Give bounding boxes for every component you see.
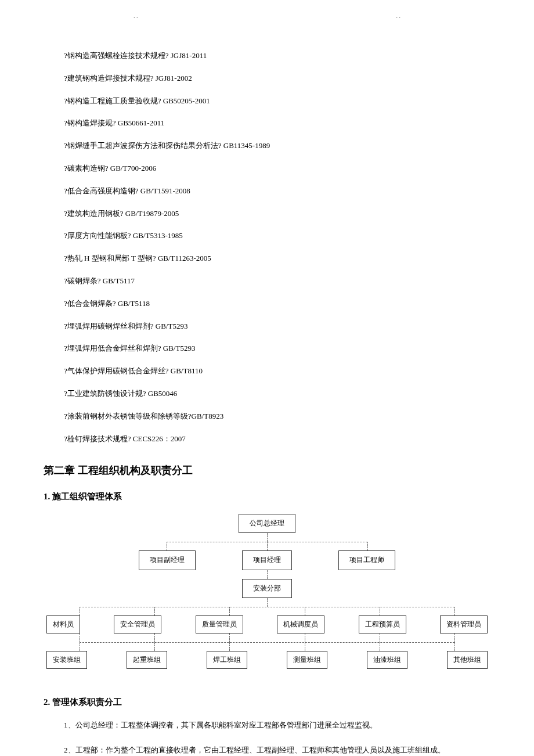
org-box-safety: 安全管理员 bbox=[114, 615, 161, 633]
org-box-paint-team: 油漆班组 bbox=[367, 651, 407, 669]
org-box-gm: 公司总经理 bbox=[239, 514, 295, 533]
spec-item: ?建筑钢构造焊接技术规程? JGJ81-2002 bbox=[64, 73, 534, 85]
org-box-lifting-team: 起重班组 bbox=[127, 651, 167, 669]
spec-item: ?热轧 H 型钢和局部 T 型钢? GB/T11263-2005 bbox=[64, 253, 534, 265]
spec-item: ?低合金高强度构造钢? GB/T1591-2008 bbox=[64, 185, 534, 197]
chapter-heading: 第二章 工程组织机构及职责分工 bbox=[44, 462, 534, 479]
body-paragraph-1: 1、公司总经理：工程整体调控者，其下属各职能科室对应工程部各管理部门进展全过程监… bbox=[64, 719, 499, 732]
org-chart: 公司总经理 项目副经理 项目经理 项目工程师 安装分部 材料员 安全管理员 质量… bbox=[44, 514, 490, 669]
spec-item: ?钢构造工程施工质量验收规? GB50205-2001 bbox=[64, 95, 534, 107]
spec-item: ?钢构造焊接规? GB50661-2011 bbox=[64, 117, 534, 129]
spec-item: ?钢构造高强螺栓连接技术规程? JGJ81-2011 bbox=[64, 50, 534, 62]
spec-item: ?栓钉焊接技术规程? CECS226：2007 bbox=[64, 433, 534, 445]
spec-item: ?厚度方向性能钢板? GB/T5313-1985 bbox=[64, 230, 534, 242]
spec-item: ?埋弧焊用碳钢焊丝和焊剂? GB/T5293 bbox=[64, 321, 534, 333]
spec-item: ?涂装前钢材外表锈蚀等级和除锈等级?GB/T8923 bbox=[64, 411, 534, 423]
org-box-install-dept: 安装分部 bbox=[242, 579, 292, 598]
org-box-quality: 质量管理员 bbox=[196, 615, 243, 633]
spec-item: ?低合金钢焊条? GB/T5118 bbox=[64, 298, 534, 310]
spec-item: ?建筑构造用钢板? GB/T19879-2005 bbox=[64, 208, 534, 220]
org-box-data: 资料管理员 bbox=[440, 615, 488, 633]
spec-item: ?埋弧焊用低合金焊丝和焊剂? GB/T5293 bbox=[64, 343, 534, 355]
header-dot-left: . . bbox=[134, 12, 138, 21]
specification-list: ?钢构造高强螺栓连接技术规程? JGJ81-2011 ?建筑钢构造焊接技术规程?… bbox=[64, 50, 534, 445]
org-box-engineer: 项目工程师 bbox=[338, 550, 395, 570]
header-dot-right: . . bbox=[396, 12, 401, 21]
org-box-install-team: 安装班组 bbox=[46, 651, 87, 669]
spec-item: ?碳钢焊条? GB/T5117 bbox=[64, 275, 534, 287]
spec-item: ?钢焊缝手工超声波探伤方法和探伤结果分析法? GB11345-1989 bbox=[64, 140, 534, 152]
body-paragraph-2: 2、工程部：作为整个工程的直接收理者，它由工程经理、工程副经理、工程师和其他管理… bbox=[64, 744, 499, 756]
org-box-machinery: 机械调度员 bbox=[277, 615, 324, 633]
org-box-pm: 项目经理 bbox=[242, 550, 292, 570]
section-heading-2: 2. 管理体系职责分工 bbox=[44, 695, 534, 709]
org-box-material: 材料员 bbox=[46, 615, 80, 633]
section-heading-1: 1. 施工组织管理体系 bbox=[44, 489, 534, 503]
org-box-budget: 工程预算员 bbox=[359, 615, 406, 633]
org-box-survey-team: 测量班组 bbox=[287, 651, 327, 669]
org-box-welding-team: 焊工班组 bbox=[207, 651, 247, 669]
body-text: 1、公司总经理：工程整体调控者，其下属各职能科室对应工程部各管理部门进展全过程监… bbox=[64, 719, 499, 756]
spec-item: ?碳素构造钢? GB/T700-2006 bbox=[64, 163, 534, 175]
spec-item: ?气体保护焊用碳钢低合金焊丝? GB/T8110 bbox=[64, 365, 534, 377]
spec-item: ?工业建筑防锈蚀设计规? GB50046 bbox=[64, 388, 534, 400]
org-box-other-team: 其他班组 bbox=[447, 651, 488, 669]
org-box-deputy-pm: 项目副经理 bbox=[139, 550, 196, 570]
